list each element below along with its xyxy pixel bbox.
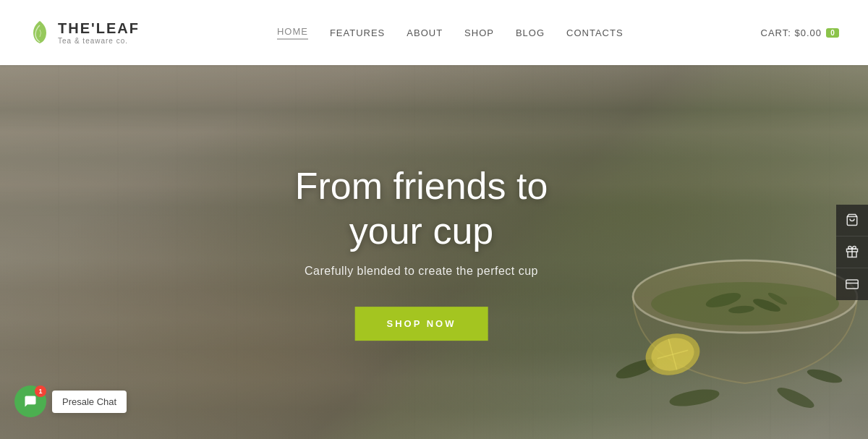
logo[interactable]: THE'LEAF Tea & teaware co.	[29, 20, 140, 46]
svg-rect-18	[846, 280, 859, 289]
shop-now-button[interactable]: SHOP NOW	[355, 307, 488, 341]
svg-point-2	[651, 282, 839, 325]
logo-text: THE'LEAF Tea & teaware co.	[58, 20, 140, 45]
nav-about[interactable]: ABOUT	[407, 27, 443, 38]
chat-bubble-button[interactable]: 1	[14, 385, 46, 417]
nav-home[interactable]: HOME	[277, 26, 308, 40]
svg-point-9	[668, 386, 720, 409]
chat-notification-badge: 1	[35, 385, 46, 397]
nav-features[interactable]: FEATURES	[330, 27, 385, 38]
svg-point-10	[775, 384, 817, 412]
side-gift-icon[interactable]	[836, 236, 868, 268]
logo-name: THE'LEAF	[58, 20, 140, 37]
side-panel	[836, 205, 868, 300]
cart-count: 0	[826, 28, 839, 38]
side-cart-icon[interactable]	[836, 205, 868, 236]
logo-icon	[29, 20, 51, 46]
hero-content: From friends to your cup Carefully blend…	[295, 163, 548, 341]
cart-label: CART: $0.00	[761, 27, 822, 38]
chat-widget: 1 Presale Chat	[14, 385, 127, 417]
nav-contacts[interactable]: CONTACTS	[566, 27, 624, 38]
hero-section: From friends to your cup Carefully blend…	[0, 65, 868, 439]
cart-button[interactable]: CART: $0.00 0	[761, 27, 839, 38]
main-nav: HOME FEATURES ABOUT SHOP BLOG CONTACTS	[277, 26, 624, 40]
site-header: THE'LEAF Tea & teaware co. HOME FEATURES…	[0, 0, 868, 65]
tea-bowl-decoration	[521, 94, 868, 427]
chat-icon	[23, 394, 38, 409]
logo-tagline: Tea & teaware co.	[58, 37, 140, 45]
nav-shop[interactable]: SHOP	[464, 27, 494, 38]
nav-blog[interactable]: BLOG	[516, 27, 545, 38]
hero-title: From friends to your cup	[295, 163, 548, 254]
chat-label[interactable]: Presale Chat	[52, 391, 127, 413]
side-wallet-icon[interactable]	[836, 268, 868, 300]
hero-subtitle: Carefully blended to create the perfect …	[295, 265, 548, 278]
svg-point-8	[806, 367, 843, 385]
